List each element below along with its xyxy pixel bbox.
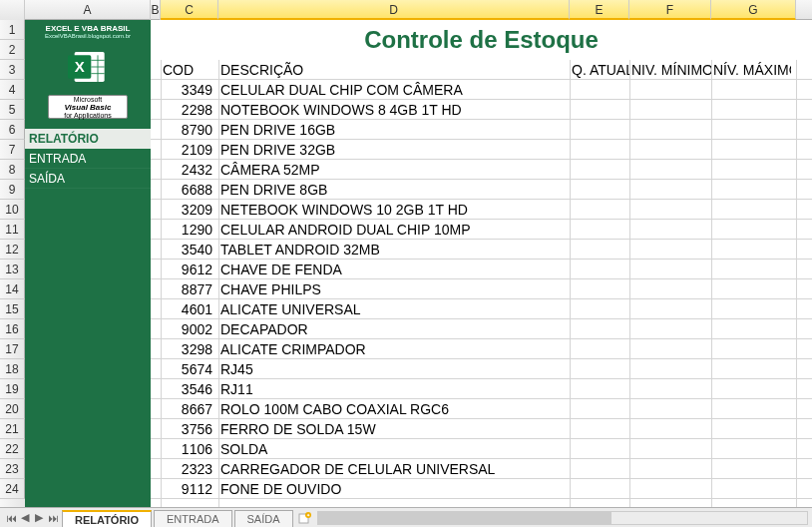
cell-cod[interactable]: 9112 — [161, 479, 218, 499]
cell-desc[interactable]: PEN DRIVE 8GB — [218, 180, 570, 200]
sidebar-item-relatório[interactable]: RELATÓRIO — [25, 129, 151, 149]
cell-cod[interactable]: 8667 — [161, 399, 218, 419]
table-row[interactable]: 3298ALICATE CRIMPADOR — [161, 339, 812, 359]
cell-cod[interactable]: 9612 — [161, 260, 218, 279]
row-header-16[interactable]: 16 — [0, 319, 25, 339]
table-row[interactable]: 8790PEN DRIVE 16GB — [161, 120, 812, 140]
cell-desc[interactable]: ALICATE UNIVERSAL — [218, 299, 570, 319]
row-header-12[interactable]: 12 — [0, 240, 25, 260]
col-header-B[interactable]: B — [151, 0, 161, 20]
sidebar-item-entrada[interactable]: ENTRADA — [25, 149, 151, 169]
cell-cod[interactable]: 1290 — [161, 220, 218, 240]
tab-nav-first-icon[interactable]: ⏮ — [4, 511, 18, 525]
row-header-1[interactable]: 1 — [0, 20, 25, 40]
cell-cod[interactable]: 5674 — [161, 359, 218, 379]
table-row[interactable]: 2323CARREGADOR DE CELULAR UNIVERSAL — [161, 459, 812, 479]
cell-cod[interactable]: 2109 — [161, 140, 218, 160]
row-header-13[interactable]: 13 — [0, 260, 25, 279]
row-header-22[interactable]: 22 — [0, 439, 25, 459]
table-row[interactable]: 4601ALICATE UNIVERSAL — [161, 299, 812, 319]
cell-desc[interactable]: PEN DRIVE 16GB — [218, 120, 570, 140]
table-row[interactable]: 9612CHAVE DE FENDA — [161, 260, 812, 279]
cell-desc[interactable]: CHAVE PHILPS — [218, 279, 570, 299]
col-header-F[interactable]: F — [629, 0, 711, 20]
row-header-4[interactable]: 4 — [0, 80, 25, 100]
row-header-9[interactable]: 9 — [0, 180, 25, 200]
cell-desc[interactable]: TABLET ANDROID 32MB — [218, 240, 570, 260]
cell-desc[interactable]: CHAVE DE FENDA — [218, 260, 570, 279]
cell-desc[interactable]: ROLO 100M CABO COAXIAL RGC6 — [218, 399, 570, 419]
row-header-10[interactable]: 10 — [0, 200, 25, 220]
cell-desc[interactable]: PEN DRIVE 32GB — [218, 140, 570, 160]
cell-desc[interactable]: RJ11 — [218, 379, 570, 399]
row-header-6[interactable]: 6 — [0, 120, 25, 140]
row-header-20[interactable]: 20 — [0, 399, 25, 419]
row-header-7[interactable]: 7 — [0, 140, 25, 160]
table-row[interactable]: 8667ROLO 100M CABO COAXIAL RGC6 — [161, 399, 812, 419]
row-header-11[interactable]: 11 — [0, 220, 25, 240]
cell-desc[interactable]: CELULAR ANDROID DUAL CHIP 10MP — [218, 220, 570, 240]
cell-cod[interactable]: 3540 — [161, 240, 218, 260]
cell-desc[interactable]: NOTEBOOK WINDOWS 8 4GB 1T HD — [218, 100, 570, 120]
col-header-C[interactable]: C — [161, 0, 218, 20]
table-row[interactable]: 8877CHAVE PHILPS — [161, 279, 812, 299]
tab-nav-prev-icon[interactable]: ◀ — [18, 511, 32, 525]
new-sheet-icon[interactable]: ✦ — [297, 511, 313, 525]
row-header-23[interactable]: 23 — [0, 459, 25, 479]
cell-desc[interactable]: CÂMERA 52MP — [218, 160, 570, 180]
cell-desc[interactable]: NETEBOOK WINDOWS 10 2GB 1T HD — [218, 200, 570, 220]
cell-cod[interactable]: 3349 — [161, 80, 218, 100]
table-row[interactable]: 9112FONE DE OUVIDO — [161, 479, 812, 499]
cell-cod[interactable]: 8877 — [161, 279, 218, 299]
tab-nav-last-icon[interactable]: ⏭ — [46, 511, 60, 525]
cell-cod[interactable]: 9002 — [161, 319, 218, 339]
row-header-19[interactable]: 19 — [0, 379, 25, 399]
cell-cod[interactable]: 3546 — [161, 379, 218, 399]
row-header-24[interactable]: 24 — [0, 479, 25, 499]
table-row[interactable]: 9002DECAPADOR — [161, 319, 812, 339]
table-row[interactable]: 6688PEN DRIVE 8GB — [161, 180, 812, 200]
cell-desc[interactable]: CELULAR DUAL CHIP COM CÂMERA — [218, 80, 570, 100]
row-header-5[interactable]: 5 — [0, 100, 25, 120]
cell-desc[interactable]: FONE DE OUVIDO — [218, 479, 570, 499]
cell-cod[interactable]: 8790 — [161, 120, 218, 140]
table-row[interactable]: 3349CELULAR DUAL CHIP COM CÂMERA — [161, 80, 812, 100]
table-row[interactable]: 1106SOLDA — [161, 439, 812, 459]
cell-desc[interactable]: CARREGADOR DE CELULAR UNIVERSAL — [218, 459, 570, 479]
horizontal-scrollbar[interactable] — [317, 511, 808, 525]
horizontal-scrollbar-thumb[interactable] — [318, 512, 611, 524]
table-row[interactable]: 2432CÂMERA 52MP — [161, 160, 812, 180]
col-header-D[interactable]: D — [218, 0, 570, 20]
table-row[interactable]: 1290CELULAR ANDROID DUAL CHIP 10MP — [161, 220, 812, 240]
row-header-21[interactable]: 21 — [0, 419, 25, 439]
tab-nav-next-icon[interactable]: ▶ — [32, 511, 46, 525]
sheet-tab-relatório[interactable]: RELATÓRIO — [62, 510, 152, 528]
table-row[interactable]: 3540TABLET ANDROID 32MB — [161, 240, 812, 260]
cell-cod[interactable]: 3756 — [161, 419, 218, 439]
row-header-3[interactable]: 3 — [0, 60, 25, 80]
row-header-18[interactable]: 18 — [0, 359, 25, 379]
cell-cod[interactable]: 2298 — [161, 100, 218, 120]
col-header-E[interactable]: E — [570, 0, 629, 20]
sidebar-item-saída[interactable]: SAÍDA — [25, 169, 151, 189]
select-all-corner[interactable] — [0, 0, 25, 20]
cell-cod[interactable]: 6688 — [161, 180, 218, 200]
table-row[interactable]: 2109PEN DRIVE 32GB — [161, 140, 812, 160]
row-header-17[interactable]: 17 — [0, 339, 25, 359]
cell-desc[interactable]: FERRO DE SOLDA 15W — [218, 419, 570, 439]
cell-desc[interactable]: DECAPADOR — [218, 319, 570, 339]
sheet-tab-entrada[interactable]: ENTRADA — [154, 510, 232, 528]
cell-desc[interactable]: ALICATE CRIMPADOR — [218, 339, 570, 359]
row-header-8[interactable]: 8 — [0, 160, 25, 180]
worksheet-area[interactable]: EXCEL E VBA BRASIL ExcelVBABrasil.blogsp… — [25, 20, 812, 507]
cell-desc[interactable]: RJ45 — [218, 359, 570, 379]
col-header-G[interactable]: G — [711, 0, 796, 20]
table-row[interactable]: 3546RJ11 — [161, 379, 812, 399]
cell-cod[interactable]: 2432 — [161, 160, 218, 180]
col-header-A[interactable]: A — [25, 0, 151, 20]
cell-cod[interactable]: 1106 — [161, 439, 218, 459]
sheet-tab-saída[interactable]: SAÍDA — [234, 510, 293, 528]
table-row[interactable]: 5674RJ45 — [161, 359, 812, 379]
cell-cod[interactable]: 4601 — [161, 299, 218, 319]
cell-desc[interactable]: SOLDA — [218, 439, 570, 459]
